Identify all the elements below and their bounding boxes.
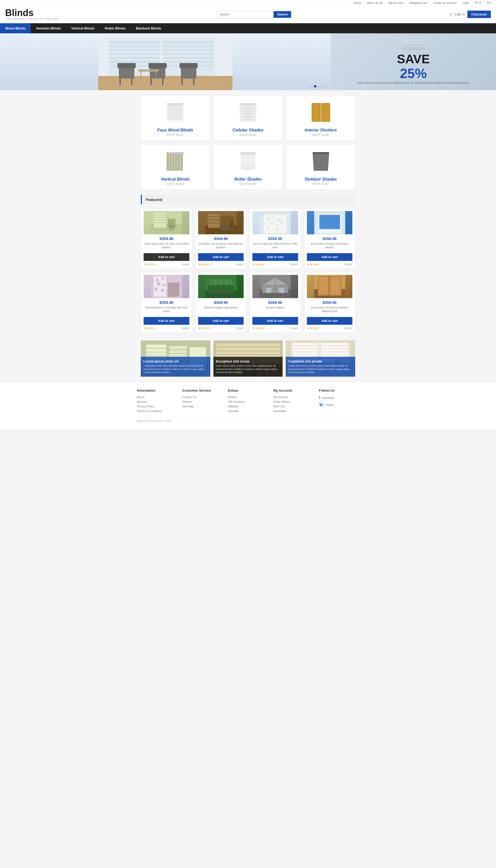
product-details-6[interactable]: Details	[236, 327, 244, 330]
svg-point-105	[270, 223, 273, 225]
language-selector[interactable]: En ▾	[475, 1, 481, 4]
product-stars-2: ★★★★☆	[198, 262, 212, 266]
cat-cellular-image	[218, 99, 278, 125]
nav-blackout-blinds[interactable]: Blackout Blinds	[131, 23, 166, 33]
add-to-cart-button-7[interactable]: Add to cart	[252, 317, 298, 325]
footer-col-extras: Extras Brands Gift Vouchers Affiliates S…	[228, 389, 268, 414]
footer-link-terms[interactable]: Terms & Conditions	[137, 409, 177, 413]
svg-rect-53	[312, 120, 320, 121]
cat-vertical-name: Vertical Blinds	[145, 177, 206, 182]
blog-text-2: Lorem ipsum dolor sit amet conse ctetur …	[216, 364, 280, 374]
nav-venetian-blinds[interactable]: Venetian Blinds	[31, 23, 66, 33]
footer-link-about[interactable]: About	[137, 396, 177, 399]
nav-bar: Wood Blinds Venetian Blinds Vertical Bli…	[0, 23, 496, 33]
logo-tagline: THE BIGGEST CHOICE ON THE WEB	[6, 18, 59, 20]
cat-outdoor-shades[interactable]: Outdoor Shades SHOP NOW!	[286, 144, 355, 190]
footer-link-returns[interactable]: Returns	[182, 400, 223, 403]
powered-by: Powered By OpenCart © 2014	[137, 420, 172, 422]
product-card-4: $358.96 Ipsum dolor sit amet consectetur…	[304, 208, 355, 269]
search-button[interactable]: Search	[274, 11, 291, 18]
hero-percent-text: 25%	[400, 67, 427, 80]
product-desc-7: Sectetur adipisci	[252, 306, 298, 315]
footer-link-wish-list[interactable]: Wish List	[273, 405, 314, 408]
cat-cellular-shades[interactable]: Cellular Shades SHOP NOW!	[214, 95, 283, 141]
cat-interior-shutters[interactable]: Interior Shutters SHOP NOW!	[286, 95, 355, 141]
add-to-cart-button-2[interactable]: Add to cart	[198, 253, 244, 261]
product-stars-6: ★★★★☆	[198, 326, 212, 330]
svg-rect-60	[322, 114, 329, 115]
footer-link-sitemap[interactable]: Site Map	[182, 405, 223, 408]
svg-rect-88	[169, 225, 174, 230]
svg-rect-151	[319, 285, 328, 286]
product-footer-5: ★★★★☆ Details	[144, 326, 189, 330]
svg-rect-46	[312, 107, 320, 108]
blog-card-1[interactable]: Lorem ipsum dolor sit Lorem ipsum dolor …	[141, 340, 210, 377]
topbar-home[interactable]: Home	[353, 1, 361, 4]
product-details-3[interactable]: Details	[290, 263, 298, 266]
footer-link-newsletter[interactable]: Newsletter	[273, 409, 314, 413]
svg-point-108	[266, 227, 268, 229]
svg-rect-34	[167, 103, 183, 105]
twitter-label: Twitter	[326, 403, 334, 406]
header: Blinds THE BIGGEST CHOICE ON THE WEB Sea…	[0, 6, 496, 23]
svg-rect-68	[175, 154, 177, 171]
footer-link-order-history[interactable]: Order History	[273, 400, 314, 403]
product-details-5[interactable]: Details	[181, 327, 189, 330]
topbar-myaccount[interactable]: My Account	[389, 1, 403, 4]
blog-card-2[interactable]: Excepteur sint occae Lorem ipsum dolor s…	[213, 340, 283, 377]
product-details-1[interactable]: Details	[181, 263, 189, 266]
cat-vertical-blinds[interactable]: Vertical Blinds SHOP NOW!	[141, 144, 210, 190]
blog-overlay-1: Lorem ipsum dolor sit Lorem ipsum dolor …	[141, 357, 210, 377]
add-to-cart-button-1[interactable]: Add to cart	[144, 253, 189, 261]
svg-point-104	[277, 219, 281, 222]
footer-link-gift-vouchers[interactable]: Gift Vouchers	[228, 400, 268, 403]
product-details-2[interactable]: Details	[236, 263, 244, 266]
search-input[interactable]	[217, 11, 274, 18]
currency-selector[interactable]: $ ▾	[487, 1, 491, 4]
blog-card-3[interactable]: Cupidatat non proide Lorem ipsum dolor s…	[286, 340, 355, 377]
footer-link-specials[interactable]: Specials	[228, 409, 268, 413]
add-to-cart-button-6[interactable]: Add to cart	[198, 317, 244, 325]
product-details-7[interactable]: Details	[290, 327, 298, 330]
cart-count[interactable]: 🛒 Cart: 0	[449, 12, 465, 16]
product-price-2: $358.96	[198, 236, 244, 241]
svg-rect-58	[322, 110, 329, 111]
product-details-8[interactable]: Details	[344, 327, 352, 330]
svg-point-73	[241, 167, 255, 169]
footer-link-privacy[interactable]: Privacy Policy	[137, 405, 177, 408]
svg-rect-27	[180, 63, 198, 68]
topbar-create-account[interactable]: Create an account	[433, 1, 456, 4]
cat-roller-image	[218, 149, 278, 174]
footer-link-facebook[interactable]: f Facebook	[319, 396, 359, 400]
add-to-cart-button-8[interactable]: Add to cart	[307, 317, 353, 325]
cat-faux-wood-blinds[interactable]: Faux Wood Blinds SHOP NOW!	[141, 95, 210, 141]
svg-rect-59	[322, 112, 329, 113]
footer-link-brands[interactable]: Brands	[228, 396, 268, 399]
footer-link-my-account[interactable]: My Account	[273, 396, 314, 399]
topbar-login[interactable]: Login	[462, 1, 469, 4]
add-to-cart-button-4[interactable]: Add to cart	[307, 253, 353, 261]
svg-point-119	[157, 282, 160, 286]
footer-follow-title: Follow Us	[319, 389, 359, 392]
cat-roller-shades[interactable]: Roller Shades SHOP NOW!	[214, 144, 283, 190]
footer-link-affiliates[interactable]: Affiliates	[228, 405, 268, 408]
svg-rect-141	[266, 288, 271, 293]
add-to-cart-button-5[interactable]: Add to cart	[144, 317, 189, 325]
nav-roller-blinds[interactable]: Roller Blinds	[100, 23, 131, 33]
svg-rect-49	[312, 112, 320, 113]
footer-link-contact[interactable]: Contact Us	[182, 396, 223, 399]
product-desc-8: Ipsum dolor sit amet consectetur adipisc…	[307, 306, 353, 315]
svg-rect-61	[322, 116, 329, 117]
footer-link-twitter[interactable]: 🐦 Twitter	[319, 402, 359, 407]
topbar-cart[interactable]: Shopping Cart	[409, 1, 427, 4]
product-price-8: $358.96	[307, 300, 353, 305]
add-to-cart-button-3[interactable]: Add to cart	[252, 253, 298, 261]
cat-vertical-shop: SHOP NOW!	[145, 183, 206, 185]
nav-vertical-blinds[interactable]: Vertical Blinds	[66, 23, 100, 33]
product-desc-5: Reprehenderit in voluptate velit esse ci…	[144, 306, 189, 315]
footer-link-delivery[interactable]: Delivery	[137, 400, 177, 403]
checkout-button[interactable]: Checkout	[467, 11, 491, 18]
product-details-4[interactable]: Details	[344, 263, 352, 266]
nav-wood-blinds[interactable]: Wood Blinds	[0, 23, 31, 33]
topbar-wishlist[interactable]: Wish List (0)	[367, 1, 383, 4]
